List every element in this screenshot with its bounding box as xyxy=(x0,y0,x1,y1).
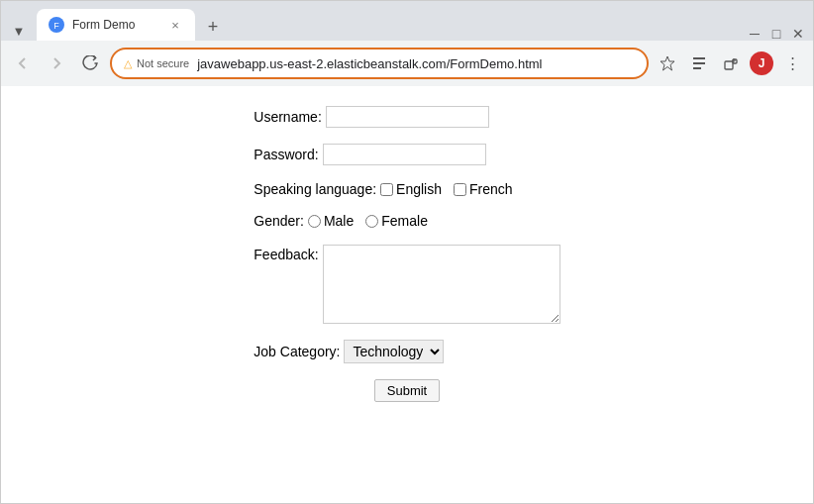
tab-list-arrow[interactable]: ▼ xyxy=(9,21,29,41)
job-category-select[interactable]: Technology Finance Healthcare Education xyxy=(344,340,444,363)
more-options-button[interactable]: ⋮ xyxy=(779,50,805,76)
refresh-button[interactable] xyxy=(76,50,104,77)
username-input[interactable] xyxy=(326,106,489,128)
french-checkbox-label: French xyxy=(454,181,513,197)
language-label: Speaking language: xyxy=(254,181,376,197)
extensions-button[interactable] xyxy=(718,50,744,76)
tab-left-controls: ▼ xyxy=(1,21,37,41)
male-radio[interactable] xyxy=(308,215,321,228)
tab-favicon: F xyxy=(49,17,64,33)
address-bar[interactable]: △ Not secure javawebapp.us-east-2.elasti… xyxy=(110,48,649,79)
not-secure-label: Not secure xyxy=(137,57,189,69)
job-category-label: Job Category: xyxy=(254,344,340,359)
female-radio-label: Female xyxy=(365,213,428,229)
job-category-row: Job Category: Technology Finance Healthc… xyxy=(254,340,444,363)
page-content: Username: Password: Speaking language: E… xyxy=(1,86,813,503)
female-label: Female xyxy=(381,213,428,229)
svg-rect-5 xyxy=(693,67,701,69)
submit-row: Submit xyxy=(254,379,560,402)
svg-rect-6 xyxy=(725,61,733,69)
window-close-button[interactable]: ✕ xyxy=(791,27,805,41)
english-checkbox-label: English xyxy=(380,181,442,197)
gender-row: Gender: Male Female xyxy=(254,213,428,229)
not-secure-indicator: △ Not secure xyxy=(124,57,189,70)
tab-bar: ▼ F Form Demo × + ─ □ ✕ xyxy=(1,1,813,41)
svg-rect-4 xyxy=(693,62,705,64)
tab-title: Form Demo xyxy=(72,18,159,32)
url-text: javawebapp.us-east-2.elasticbeanstalk.co… xyxy=(197,56,635,71)
profile-button[interactable]: J xyxy=(750,51,773,75)
warning-icon: △ xyxy=(124,57,132,70)
window-minimize-button[interactable]: ─ xyxy=(748,27,762,41)
french-checkbox[interactable] xyxy=(454,183,466,196)
male-label: Male xyxy=(324,213,354,229)
gender-options: Male Female xyxy=(308,213,428,229)
feedback-label: Feedback: xyxy=(254,245,318,262)
french-label: French xyxy=(469,181,513,197)
bookmark-star-button[interactable] xyxy=(655,50,680,76)
active-tab[interactable]: F Form Demo × xyxy=(37,9,195,41)
password-input[interactable] xyxy=(323,144,486,165)
svg-marker-2 xyxy=(661,56,674,70)
gender-label: Gender: xyxy=(254,213,304,229)
password-row: Password: xyxy=(254,144,485,165)
submit-button[interactable]: Submit xyxy=(374,379,440,402)
address-bar-row: △ Not secure javawebapp.us-east-2.elasti… xyxy=(1,41,813,86)
language-row: Speaking language: English French xyxy=(254,181,512,197)
password-label: Password: xyxy=(254,147,318,162)
bookmarks-button[interactable] xyxy=(686,50,712,76)
english-checkbox[interactable] xyxy=(380,183,393,196)
forward-button[interactable] xyxy=(43,50,70,77)
form-container: Username: Password: Speaking language: E… xyxy=(254,106,560,503)
username-label: Username: xyxy=(254,109,321,125)
window-controls: ─ □ ✕ xyxy=(740,27,813,41)
language-options: English French xyxy=(380,181,513,197)
browser-window: ▼ F Form Demo × + ─ □ ✕ △ xyxy=(0,0,814,504)
window-maximize-button[interactable]: □ xyxy=(769,27,783,41)
new-tab-button[interactable]: + xyxy=(199,13,227,41)
svg-text:F: F xyxy=(53,21,59,31)
feedback-textarea[interactable] xyxy=(323,245,560,324)
female-radio[interactable] xyxy=(365,215,378,228)
back-button[interactable] xyxy=(9,50,37,77)
english-label: English xyxy=(396,181,442,197)
svg-rect-3 xyxy=(693,57,705,59)
male-radio-label: Male xyxy=(308,213,354,229)
feedback-row: Feedback: xyxy=(254,245,560,324)
tab-close-button[interactable]: × xyxy=(167,17,183,33)
username-row: Username: xyxy=(254,106,488,128)
